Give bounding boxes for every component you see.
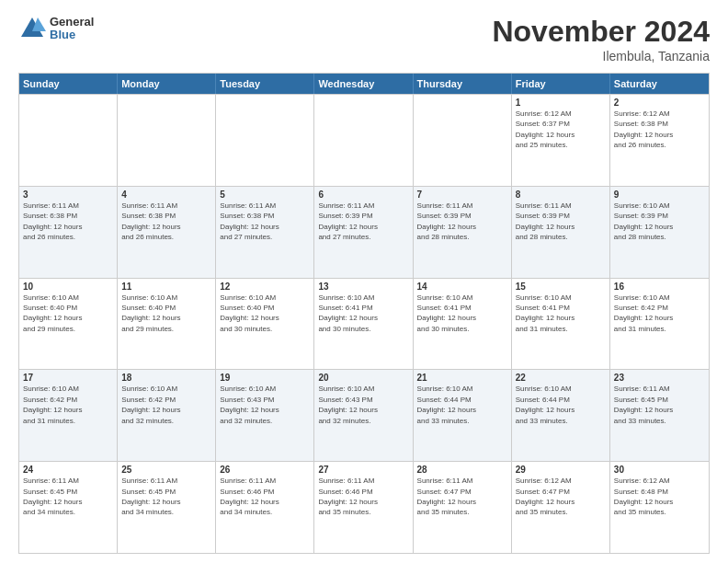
calendar-day-empty (314, 95, 413, 186)
cell-info-line: Daylight: 12 hours (516, 498, 606, 507)
header-day-saturday: Saturday (610, 74, 709, 94)
cell-info-line: Sunset: 6:39 PM (516, 212, 606, 221)
cell-info-line: Daylight: 12 hours (318, 223, 408, 232)
calendar-day-23: 23Sunrise: 6:11 AMSunset: 6:45 PMDayligh… (610, 370, 709, 461)
cell-info-line: and 30 minutes. (417, 325, 507, 334)
day-number: 19 (220, 373, 310, 383)
cell-info-line: Sunset: 6:47 PM (417, 488, 507, 497)
calendar-day-30: 30Sunrise: 6:12 AMSunset: 6:48 PMDayligh… (610, 462, 709, 553)
cell-info-line: Sunset: 6:39 PM (417, 212, 507, 221)
cell-info-line: Sunset: 6:37 PM (516, 120, 606, 129)
calendar-day-24: 24Sunrise: 6:11 AMSunset: 6:45 PMDayligh… (19, 462, 118, 553)
calendar-day-16: 16Sunrise: 6:10 AMSunset: 6:42 PMDayligh… (610, 279, 709, 370)
day-number: 20 (318, 373, 408, 383)
cell-info-line: Daylight: 12 hours (220, 223, 310, 232)
cell-info-line: Daylight: 12 hours (23, 223, 113, 232)
cell-info-line: and 32 minutes. (220, 417, 310, 426)
calendar-day-empty (414, 95, 512, 186)
cell-info-line: Daylight: 12 hours (417, 223, 507, 232)
day-number: 23 (614, 373, 705, 383)
cell-info-line: Daylight: 12 hours (516, 314, 606, 323)
cell-info-line: Sunset: 6:38 PM (121, 212, 211, 221)
cell-info-line: and 31 minutes. (23, 417, 113, 426)
cell-info-line: and 27 minutes. (220, 233, 310, 242)
logo-general: General (50, 16, 94, 29)
calendar-week-4: 17Sunrise: 6:10 AMSunset: 6:42 PMDayligh… (19, 369, 709, 461)
calendar-day-10: 10Sunrise: 6:10 AMSunset: 6:40 PMDayligh… (19, 279, 118, 370)
calendar-day-20: 20Sunrise: 6:10 AMSunset: 6:43 PMDayligh… (314, 370, 413, 461)
cell-info-line: Sunrise: 6:10 AM (23, 385, 113, 394)
cell-info-line: Daylight: 12 hours (417, 314, 507, 323)
cell-info-line: Daylight: 12 hours (516, 131, 606, 140)
cell-info-line: Sunrise: 6:11 AM (220, 201, 310, 211)
calendar-week-5: 24Sunrise: 6:11 AMSunset: 6:45 PMDayligh… (19, 461, 709, 553)
cell-info-line: Sunset: 6:45 PM (121, 488, 211, 497)
cell-info-line: Daylight: 12 hours (614, 314, 705, 323)
header-day-tuesday: Tuesday (216, 74, 314, 94)
cell-info-line: and 35 minutes. (516, 508, 606, 517)
calendar-day-8: 8Sunrise: 6:11 AMSunset: 6:39 PMDaylight… (512, 187, 610, 278)
calendar-day-12: 12Sunrise: 6:10 AMSunset: 6:40 PMDayligh… (216, 279, 314, 370)
cell-info-line: Daylight: 12 hours (417, 498, 507, 507)
day-number: 30 (614, 465, 705, 475)
cell-info-line: and 34 minutes. (121, 508, 211, 517)
cell-info-line: Sunrise: 6:11 AM (318, 477, 408, 486)
day-number: 5 (220, 190, 310, 200)
cell-info-line: Daylight: 12 hours (220, 498, 310, 507)
calendar-day-2: 2Sunrise: 6:12 AMSunset: 6:38 PMDaylight… (610, 95, 709, 186)
day-number: 3 (23, 190, 113, 200)
day-number: 14 (417, 282, 507, 292)
cell-info-line: Sunrise: 6:11 AM (23, 201, 113, 211)
day-number: 12 (220, 282, 310, 292)
cell-info-line: Sunset: 6:46 PM (220, 488, 310, 497)
logo-text: General Blue (50, 16, 94, 42)
calendar-day-empty (19, 95, 118, 186)
cell-info-line: Sunrise: 6:11 AM (121, 201, 211, 211)
calendar: SundayMondayTuesdayWednesdayThursdayFrid… (18, 73, 710, 554)
cell-info-line: Sunset: 6:45 PM (23, 488, 113, 497)
calendar-day-29: 29Sunrise: 6:12 AMSunset: 6:47 PMDayligh… (512, 462, 610, 553)
cell-info-line: Sunset: 6:42 PM (614, 304, 705, 313)
calendar-day-14: 14Sunrise: 6:10 AMSunset: 6:41 PMDayligh… (414, 279, 512, 370)
cell-info-line: and 28 minutes. (614, 233, 705, 242)
cell-info-line: Sunrise: 6:10 AM (23, 293, 113, 303)
day-number: 18 (121, 373, 211, 383)
calendar-day-17: 17Sunrise: 6:10 AMSunset: 6:42 PMDayligh… (19, 370, 118, 461)
cell-info-line: Daylight: 12 hours (516, 406, 606, 415)
day-number: 25 (121, 465, 211, 475)
cell-info-line: Sunset: 6:39 PM (318, 212, 408, 221)
logo-blue: Blue (50, 29, 94, 41)
calendar-week-2: 3Sunrise: 6:11 AMSunset: 6:38 PMDaylight… (19, 186, 709, 278)
day-number: 24 (23, 465, 113, 475)
calendar-day-6: 6Sunrise: 6:11 AMSunset: 6:39 PMDaylight… (314, 187, 413, 278)
calendar-day-27: 27Sunrise: 6:11 AMSunset: 6:46 PMDayligh… (314, 462, 413, 553)
header-day-sunday: Sunday (19, 74, 118, 94)
cell-info-line: Sunrise: 6:11 AM (23, 477, 113, 486)
month-year: November 2024 (492, 15, 710, 49)
cell-info-line: Sunrise: 6:10 AM (220, 293, 310, 303)
cell-info-line: Sunrise: 6:11 AM (614, 385, 705, 394)
calendar-day-3: 3Sunrise: 6:11 AMSunset: 6:38 PMDaylight… (19, 187, 118, 278)
cell-info-line: and 30 minutes. (318, 325, 408, 334)
cell-info-line: Sunrise: 6:10 AM (516, 385, 606, 394)
cell-info-line: and 33 minutes. (516, 417, 606, 426)
day-number: 8 (516, 190, 606, 200)
calendar-day-empty (118, 95, 216, 186)
header-day-monday: Monday (118, 74, 216, 94)
day-number: 29 (516, 465, 606, 475)
cell-info-line: Daylight: 12 hours (121, 406, 211, 415)
day-number: 2 (614, 98, 705, 108)
cell-info-line: and 33 minutes. (614, 417, 705, 426)
cell-info-line: Daylight: 12 hours (23, 314, 113, 323)
day-number: 9 (614, 190, 705, 200)
cell-info-line: and 30 minutes. (220, 325, 310, 334)
calendar-day-26: 26Sunrise: 6:11 AMSunset: 6:46 PMDayligh… (216, 462, 314, 553)
cell-info-line: Sunrise: 6:10 AM (614, 201, 705, 211)
calendar-day-5: 5Sunrise: 6:11 AMSunset: 6:38 PMDaylight… (216, 187, 314, 278)
day-number: 22 (516, 373, 606, 383)
calendar-day-11: 11Sunrise: 6:10 AMSunset: 6:40 PMDayligh… (118, 279, 216, 370)
cell-info-line: and 29 minutes. (121, 325, 211, 334)
cell-info-line: Sunset: 6:38 PM (23, 212, 113, 221)
cell-info-line: Sunset: 6:42 PM (23, 396, 113, 405)
cell-info-line: Sunset: 6:41 PM (417, 304, 507, 313)
